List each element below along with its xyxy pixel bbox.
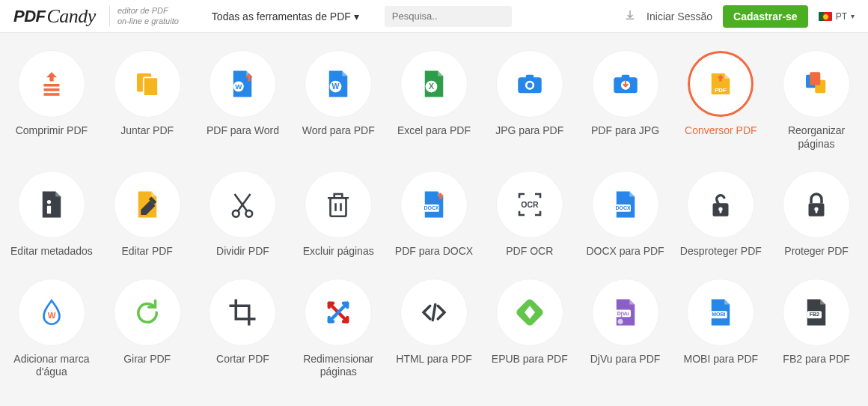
svg-text:MOBI: MOBI <box>712 312 726 317</box>
top-header: PDFCandy editor de PDFon-line e gratuito… <box>0 0 868 33</box>
docx-icon: DOCX <box>593 172 658 237</box>
login-link[interactable]: Iniciar Sessão <box>647 10 712 22</box>
search-input[interactable] <box>392 10 504 22</box>
tool-delete-pages[interactable]: Excluir páginas <box>293 172 384 258</box>
tool-watermark[interactable]: WAdicionar marca d'água <box>6 279 97 379</box>
svg-text:W: W <box>332 82 340 91</box>
language-selector[interactable]: PT ▾ <box>819 11 855 22</box>
crop-icon <box>210 279 275 345</box>
metadata-icon <box>19 172 85 237</box>
search-box[interactable] <box>385 6 512 27</box>
tool-jpg-to-pdf[interactable]: JPG para PDF <box>484 51 575 151</box>
svg-rect-34 <box>720 210 722 213</box>
tool-label: MOBI para PDF <box>684 353 759 366</box>
download-icon[interactable] <box>624 9 636 24</box>
chevron-down-icon: ▾ <box>851 12 855 20</box>
watermark-icon: W <box>19 279 85 345</box>
logo-text-candy: Candy <box>47 5 96 28</box>
tool-pdf-to-docx[interactable]: DOCXPDF para DOCX <box>388 172 480 258</box>
scissors-icon <box>210 172 275 237</box>
tool-resize-pdf[interactable]: Redimensionar páginas <box>293 279 384 379</box>
excel-icon: X <box>401 51 467 117</box>
tool-label: Dividir PDF <box>216 245 269 258</box>
svg-text:DOCX: DOCX <box>615 205 631 210</box>
tool-html-to-pdf[interactable]: HTML para PDF <box>388 279 480 379</box>
tool-label: Desproteger PDF <box>680 245 762 258</box>
tool-label: PDF para JPG <box>591 124 659 138</box>
tool-pdf-converter[interactable]: PDFConversor PDF <box>675 51 766 151</box>
unlock-icon <box>688 172 754 237</box>
svg-point-25 <box>246 210 253 217</box>
tool-label: DOCX para PDF <box>586 245 664 258</box>
svg-point-42 <box>617 318 623 324</box>
svg-point-24 <box>233 210 239 217</box>
lock-icon <box>783 172 849 237</box>
docxin-icon: DOCX <box>401 172 467 237</box>
svg-rect-26 <box>331 198 346 216</box>
tool-label: DjVu para PDF <box>590 353 661 366</box>
tool-pdf-to-jpg[interactable]: PDF para JPG <box>580 51 671 151</box>
tool-label: Reorganizar páginas <box>772 124 861 151</box>
tools-dropdown-label: Todas as ferramentas de PDF <box>212 10 351 22</box>
tool-label: FB2 para PDF <box>783 353 849 366</box>
svg-text:OCR: OCR <box>521 200 539 209</box>
svg-point-14 <box>527 82 532 88</box>
tool-label: Girar PDF <box>123 353 171 366</box>
tool-label: PDF OCR <box>506 245 553 258</box>
tool-split-pdf[interactable]: Dividir PDF <box>198 172 289 258</box>
fb2-icon: FB2 <box>783 279 849 345</box>
tool-djvu-to-pdf[interactable]: DjVuDjVu para PDF <box>580 279 671 379</box>
svg-text:DOCX: DOCX <box>424 205 439 210</box>
svg-rect-1 <box>43 88 59 91</box>
tool-protect-pdf[interactable]: Proteger PDF <box>771 172 862 258</box>
tagline: editor de PDFon-line e gratuito <box>109 6 179 25</box>
signup-button[interactable]: Cadastrar-se <box>723 5 808 28</box>
svg-rect-16 <box>621 75 629 79</box>
svg-rect-12 <box>526 75 534 79</box>
djvu-icon: DjVu <box>593 279 658 345</box>
language-label: PT <box>836 11 847 22</box>
svg-text:W: W <box>48 310 56 319</box>
tool-mobi-to-pdf[interactable]: MOBIMOBI para PDF <box>675 279 766 379</box>
svg-rect-37 <box>816 210 818 213</box>
svg-rect-0 <box>43 84 59 87</box>
svg-text:X: X <box>429 82 434 91</box>
tool-pdf-ocr[interactable]: OCRPDF OCR <box>484 172 575 258</box>
resize-icon <box>305 279 371 345</box>
chevron-down-icon: ▾ <box>354 10 359 22</box>
tool-excel-to-pdf[interactable]: XExcel para PDF <box>388 51 480 151</box>
tool-epub-to-pdf[interactable]: EPUB para PDF <box>484 279 575 379</box>
svg-point-22 <box>47 200 51 204</box>
svg-text:PDF: PDF <box>715 87 727 94</box>
rearrange-icon <box>783 51 849 117</box>
svg-rect-2 <box>43 93 59 96</box>
html-icon <box>401 279 467 345</box>
svg-text:W: W <box>236 82 243 91</box>
tool-edit-pdf[interactable]: Editar PDF <box>102 172 193 258</box>
tool-compress-pdf[interactable]: Comprimir PDF <box>6 51 97 151</box>
tool-label: Proteger PDF <box>784 245 849 258</box>
tool-label: Comprimir PDF <box>16 124 88 138</box>
svg-rect-4 <box>143 77 157 96</box>
svg-rect-21 <box>810 72 820 85</box>
convert-icon: PDF <box>688 51 754 117</box>
tool-docx-to-pdf[interactable]: DOCXDOCX para PDF <box>580 172 671 258</box>
tool-label: Juntar PDF <box>120 124 174 138</box>
tool-pdf-to-word[interactable]: WPDF para Word <box>198 51 289 151</box>
tool-edit-metadata[interactable]: Editar metadados <box>6 172 97 258</box>
logo[interactable]: PDFCandy <box>13 5 96 28</box>
ocr-icon: OCR <box>497 172 563 237</box>
wordin-icon: W <box>210 51 275 117</box>
tool-unlock-pdf[interactable]: Desproteger PDF <box>675 172 766 258</box>
compress-icon <box>19 51 85 117</box>
tool-rotate-pdf[interactable]: Girar PDF <box>102 279 193 379</box>
tool-crop-pdf[interactable]: Cortar PDF <box>198 279 289 379</box>
tool-label: HTML para PDF <box>396 353 471 366</box>
camera-icon <box>497 51 563 117</box>
tool-word-to-pdf[interactable]: WWord para PDF <box>293 51 384 151</box>
tool-reorganize[interactable]: Reorganizar páginas <box>771 51 862 151</box>
tool-merge-pdf[interactable]: Juntar PDF <box>102 51 193 151</box>
tools-dropdown[interactable]: Todas as ferramentas de PDF ▾ <box>212 10 359 22</box>
tool-label: PDF para DOCX <box>395 245 473 258</box>
tool-fb2-to-pdf[interactable]: FB2FB2 para PDF <box>771 279 862 379</box>
